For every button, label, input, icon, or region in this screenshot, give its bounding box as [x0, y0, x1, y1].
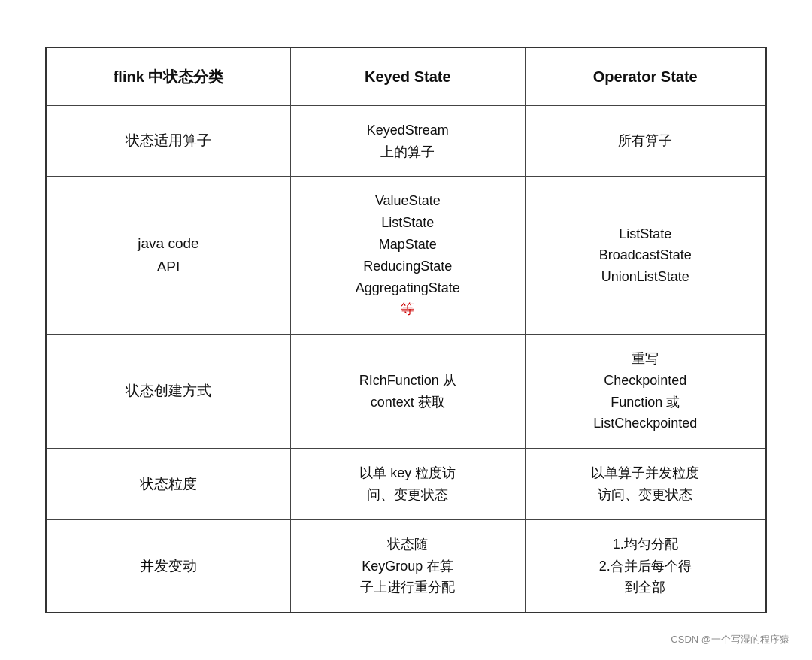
- comparison-table-wrapper: flink 中状态分类 Keyed State Operator State 状…: [45, 47, 767, 614]
- cell-row3-col3: 重写CheckpointedFunction 或ListCheckpointed: [525, 335, 766, 449]
- cell-row4-col2: 以单 key 粒度访问、变更状态: [291, 449, 526, 520]
- cell-row3-col2: RIchFunction 从context 获取: [291, 335, 526, 449]
- table-row: 状态创建方式 RIchFunction 从context 获取 重写Checkp…: [46, 335, 766, 449]
- watermark-text: CSDN @一个写湿的程序猿: [671, 633, 789, 646]
- table-row: java codeAPI ValueStateListStateMapState…: [46, 177, 766, 335]
- cell-row1-col3: 所有算子: [525, 105, 766, 177]
- cell-row2-col2: ValueStateListStateMapStateReducingState…: [291, 177, 526, 335]
- table-row: 并发变动 状态随KeyGroup 在算子上进行重分配 1.均匀分配2.合并后每个…: [46, 519, 766, 613]
- cell-row5-col3: 1.均匀分配2.合并后每个得到全部: [525, 519, 766, 613]
- cell-row5-col1: 并发变动: [46, 519, 291, 613]
- cell-row4-col1: 状态粒度: [46, 449, 291, 520]
- table-header-row: flink 中状态分类 Keyed State Operator State: [46, 47, 766, 106]
- cell-row1-col1: 状态适用算子: [46, 105, 291, 177]
- cell-row1-col2: KeyedStream上的算子: [291, 105, 526, 177]
- table-row: 状态粒度 以单 key 粒度访问、变更状态 以单算子并发粒度访问、变更状态: [46, 449, 766, 520]
- col-header-classification: flink 中状态分类: [46, 47, 291, 106]
- cell-row5-col2: 状态随KeyGroup 在算子上进行重分配: [291, 519, 526, 613]
- cell-row3-col1: 状态创建方式: [46, 335, 291, 449]
- cell-row2-col1: java codeAPI: [46, 177, 291, 335]
- state-comparison-table: flink 中状态分类 Keyed State Operator State 状…: [45, 47, 767, 614]
- col-header-operator-state: Operator State: [525, 47, 766, 106]
- cell-row4-col3: 以单算子并发粒度访问、变更状态: [525, 449, 766, 520]
- cell-row2-col3: ListStateBroadcastStateUnionListState: [525, 177, 766, 335]
- red-text-label: 等: [401, 301, 414, 316]
- table-row: 状态适用算子 KeyedStream上的算子 所有算子: [46, 105, 766, 177]
- col-header-keyed-state: Keyed State: [291, 47, 526, 106]
